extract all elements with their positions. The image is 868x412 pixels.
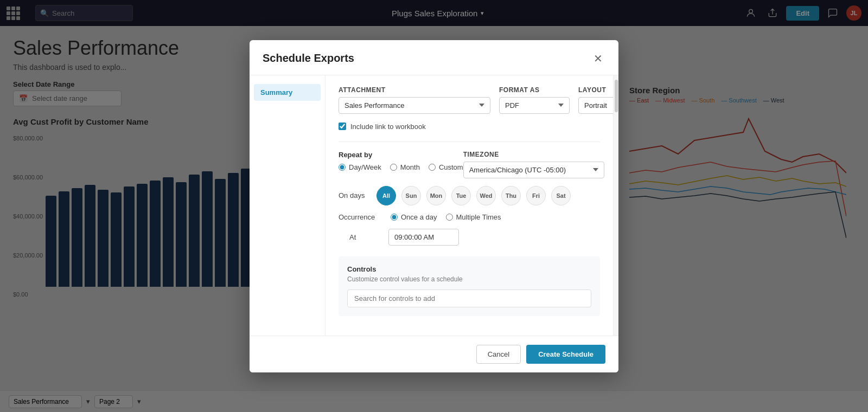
attachment-group: Attachment Sales Performance [339, 86, 490, 114]
at-row: At [339, 229, 600, 246]
controls-title: Controls [347, 265, 591, 273]
day-thu[interactable]: Thu [501, 186, 521, 205]
day-sat[interactable]: Sat [551, 186, 571, 205]
section-divider-1 [339, 141, 600, 142]
on-days-label: On days [339, 191, 371, 199]
day-sun[interactable]: Sun [401, 186, 421, 205]
modal-sidebar: Summary [250, 75, 326, 336]
format-label: Format as [499, 86, 570, 94]
modal-body: Summary Attachment Sales Performance For… [250, 75, 618, 336]
attachment-label: Attachment [339, 86, 490, 94]
modal-title: Schedule Exports [263, 52, 354, 65]
attachment-select[interactable]: Sales Performance [339, 97, 490, 114]
radio-custom[interactable]: Custom [429, 163, 463, 171]
format-select[interactable]: PDF PNG CSV [499, 97, 570, 114]
radio-day-week[interactable]: Day/Week [339, 163, 381, 171]
format-group: Format as PDF PNG CSV [499, 86, 570, 114]
include-link-checkbox[interactable] [339, 123, 346, 130]
day-mon[interactable]: Mon [426, 186, 446, 205]
scrollbar-thumb [615, 80, 618, 112]
layout-label: Layout [578, 86, 613, 94]
radio-month[interactable]: Month [390, 163, 420, 171]
modal-main: Attachment Sales Performance Format as P… [326, 75, 613, 336]
occurrence-label: Occurrence [339, 213, 382, 221]
modal-overlay: Schedule Exports ✕ Summary Attachment Sa… [0, 0, 868, 412]
sidebar-item-summary[interactable]: Summary [254, 84, 321, 101]
radio-multiple-times[interactable]: Multiple Times [446, 213, 501, 221]
modal-scrollbar[interactable] [613, 75, 618, 336]
layout-group: Layout Portrait Landscape [578, 86, 613, 114]
day-wed[interactable]: Wed [476, 186, 496, 205]
repeat-radio-group: Day/Week Month Custom [339, 163, 463, 171]
radio-once-a-day[interactable]: Once a day [391, 213, 437, 221]
modal-header: Schedule Exports ✕ [250, 40, 618, 75]
create-schedule-button[interactable]: Create Schedule [526, 345, 605, 364]
controls-section: Controls Customize control values for a … [339, 256, 600, 316]
day-all[interactable]: All [376, 186, 396, 205]
occurrence-row: Occurrence Once a day Multiple Times [339, 213, 600, 221]
include-link-row: Include link to workbook [339, 123, 600, 131]
day-fri[interactable]: Fri [526, 186, 546, 205]
at-label: At [339, 233, 382, 241]
controls-search-input[interactable] [347, 289, 591, 307]
repeat-by-label: Repeat by [339, 151, 463, 159]
schedule-exports-modal: Schedule Exports ✕ Summary Attachment Sa… [250, 40, 618, 372]
layout-select[interactable]: Portrait Landscape [578, 97, 613, 114]
timezone-label: Timezone [463, 151, 604, 158]
cancel-button[interactable]: Cancel [476, 345, 521, 364]
time-input[interactable] [388, 229, 459, 246]
timezone-group: Timezone America/Chicago (UTC -05:00) Am… [463, 151, 604, 178]
include-link-label[interactable]: Include link to workbook [350, 123, 426, 131]
repeat-section: Repeat by Day/Week Month [339, 151, 463, 171]
close-button[interactable]: ✕ [590, 51, 605, 66]
controls-subtitle: Customize control values for a schedule [347, 275, 591, 283]
attachment-row: Attachment Sales Performance Format as P… [339, 86, 600, 114]
modal-footer: Cancel Create Schedule [250, 336, 618, 372]
day-tue[interactable]: Tue [451, 186, 471, 205]
on-days-row: On days All Sun Mon Tue Wed Thu Fri Sat [339, 186, 600, 205]
timezone-select[interactable]: America/Chicago (UTC -05:00) America/New… [463, 162, 604, 178]
repeat-timezone-row: Repeat by Day/Week Month [339, 151, 600, 178]
